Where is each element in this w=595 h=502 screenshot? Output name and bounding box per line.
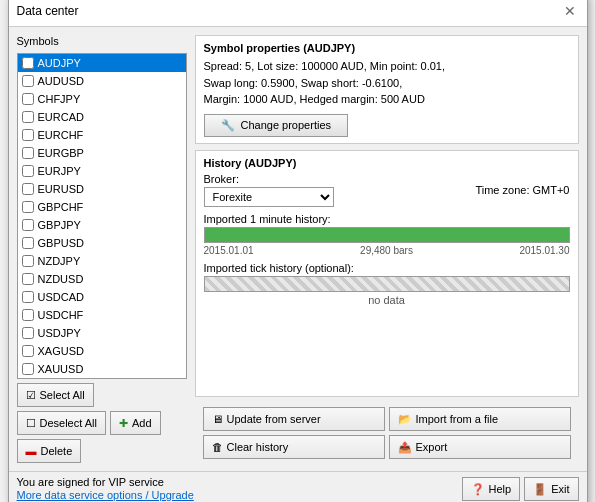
symbol-checkbox[interactable] — [22, 345, 34, 357]
symbol-item[interactable]: GBPJPY — [18, 216, 186, 234]
help-button[interactable]: ❓ Help — [462, 477, 521, 501]
delete-label: Delete — [41, 445, 73, 457]
symbol-name: AUDJPY — [38, 57, 81, 69]
exit-label: Exit — [551, 483, 569, 495]
exit-icon: 🚪 — [533, 483, 547, 496]
symbol-checkbox[interactable] — [22, 255, 34, 267]
symbol-item[interactable]: USDCHF — [18, 306, 186, 324]
exit-button[interactable]: 🚪 Exit — [524, 477, 578, 501]
symbol-checkbox[interactable] — [22, 201, 34, 213]
symbol-item[interactable]: GBPUSD — [18, 234, 186, 252]
export-icon: 📤 — [398, 441, 412, 454]
change-properties-button[interactable]: 🔧 Change properties — [204, 114, 349, 137]
timezone-text: Time zone: GMT+0 — [475, 184, 569, 196]
bottom-bar: You are signed for VIP service More data… — [9, 471, 587, 502]
props-line1: Spread: 5, Lot size: 100000 AUD, Min poi… — [204, 60, 446, 72]
deselect-all-label: Deselect All — [40, 417, 97, 429]
add-label: Add — [132, 417, 152, 429]
import-from-file-button[interactable]: 📂 Import from a file — [389, 407, 571, 431]
symbol-item[interactable]: NZDUSD — [18, 270, 186, 288]
change-props-label: Change properties — [241, 119, 332, 131]
progress-bar-fill — [205, 228, 569, 242]
broker-label: Broker: — [204, 173, 334, 185]
deselect-all-button[interactable]: ☐ Deselect All — [17, 411, 106, 435]
dialog-title: Data center — [17, 4, 79, 18]
select-all-icon: ☑ — [26, 389, 36, 402]
symbol-list[interactable]: AUDJPYAUDUSDCHFJPYEURCADEURCHFEURGBPEURJ… — [17, 53, 187, 379]
update-from-server-button[interactable]: 🖥 Update from server — [203, 407, 385, 431]
symbol-item[interactable]: EURJPY — [18, 162, 186, 180]
close-button[interactable]: ✕ — [561, 2, 579, 20]
deselect-all-icon: ☐ — [26, 417, 36, 430]
symbol-item[interactable]: EURUSD — [18, 180, 186, 198]
symbol-checkbox[interactable] — [22, 309, 34, 321]
export-label: Export — [416, 441, 448, 453]
tick-progress-bar — [204, 276, 570, 292]
add-button[interactable]: ✚ Add — [110, 411, 161, 435]
symbol-checkbox[interactable] — [22, 111, 34, 123]
add-icon: ✚ — [119, 417, 128, 430]
tick-label: Imported tick history (optional): — [204, 262, 570, 274]
imported-label: Imported 1 minute history: — [204, 213, 570, 225]
symbol-name: GBPJPY — [38, 219, 81, 231]
symbol-item[interactable]: USDCAD — [18, 288, 186, 306]
symbol-checkbox[interactable] — [22, 219, 34, 231]
clear-icon: 🗑 — [212, 441, 223, 453]
symbol-checkbox[interactable] — [22, 291, 34, 303]
data-center-dialog: Data center ✕ Symbols AUDJPYAUDUSDCHFJPY… — [8, 0, 588, 502]
broker-select[interactable]: Forexite — [204, 187, 334, 207]
symbol-item[interactable]: NZDJPY — [18, 252, 186, 270]
symbol-name: AUDUSD — [38, 75, 84, 87]
clear-history-button[interactable]: 🗑 Clear history — [203, 435, 385, 459]
props-line2: Swap long: 0.5900, Swap short: -0.6100, — [204, 77, 403, 89]
bottom-buttons: ❓ Help 🚪 Exit — [462, 477, 579, 501]
symbol-checkbox[interactable] — [22, 129, 34, 141]
symbol-checkbox[interactable] — [22, 165, 34, 177]
symbol-checkbox[interactable] — [22, 327, 34, 339]
symbol-checkbox[interactable] — [22, 147, 34, 159]
import-icon: 📂 — [398, 413, 412, 426]
progress-dates: 2015.01.01 29,480 bars 2015.01.30 — [204, 245, 570, 256]
no-data-text: no data — [204, 294, 570, 306]
symbol-item[interactable]: EURGBP — [18, 144, 186, 162]
symbol-item[interactable]: EURCAD — [18, 108, 186, 126]
symbol-name: EURJPY — [38, 165, 81, 177]
help-label: Help — [489, 483, 512, 495]
symbol-item[interactable]: EURCHF — [18, 126, 186, 144]
symbol-checkbox[interactable] — [22, 183, 34, 195]
symbol-item[interactable]: GBPCHF — [18, 198, 186, 216]
delete-button[interactable]: ▬ Delete — [17, 439, 82, 463]
symbol-name: NZDUSD — [38, 273, 84, 285]
symbol-name: EURCHF — [38, 129, 84, 141]
symbol-checkbox[interactable] — [22, 93, 34, 105]
symbol-checkbox[interactable] — [22, 273, 34, 285]
symbol-item[interactable]: CHFJPY — [18, 90, 186, 108]
symbol-name: XAGUSD — [38, 345, 84, 357]
select-all-button[interactable]: ☑ Select All — [17, 383, 94, 407]
symbol-checkbox[interactable] — [22, 363, 34, 375]
symbol-item[interactable]: USDJPY — [18, 324, 186, 342]
symbol-item[interactable]: AUDJPY — [18, 54, 186, 72]
broker-row: Broker: Forexite Time zone: GMT+0 — [204, 173, 570, 207]
symbol-item[interactable]: XAGUSD — [18, 342, 186, 360]
update-icon: 🖥 — [212, 413, 223, 425]
change-props-icon: 🔧 — [221, 119, 235, 132]
symbol-name: XAUUSD — [38, 363, 84, 375]
upgrade-link[interactable]: More data service options / Upgrade — [17, 489, 194, 501]
symbol-name: CHFJPY — [38, 93, 81, 105]
symbol-name: GBPUSD — [38, 237, 84, 249]
symbol-item[interactable]: XAUUSD — [18, 360, 186, 378]
symbol-name: EURGBP — [38, 147, 84, 159]
symbol-item[interactable]: AUDUSD — [18, 72, 186, 90]
symbol-checkbox[interactable] — [22, 75, 34, 87]
export-button[interactable]: 📤 Export — [389, 435, 571, 459]
properties-title: Symbol properties (AUDJPY) — [204, 42, 570, 54]
history-title: History (AUDJPY) — [204, 157, 570, 169]
symbol-checkbox[interactable] — [22, 237, 34, 249]
action-buttons: 🖥 Update from server 📂 Import from a fil… — [195, 403, 579, 463]
symbol-checkbox[interactable] — [22, 57, 34, 69]
left-panel: Symbols AUDJPYAUDUSDCHFJPYEURCADEURCHFEU… — [17, 35, 187, 463]
update-label: Update from server — [227, 413, 321, 425]
history-section: History (AUDJPY) Broker: Forexite Time z… — [195, 150, 579, 398]
main-content: Symbols AUDJPYAUDUSDCHFJPYEURCADEURCHFEU… — [9, 27, 587, 471]
